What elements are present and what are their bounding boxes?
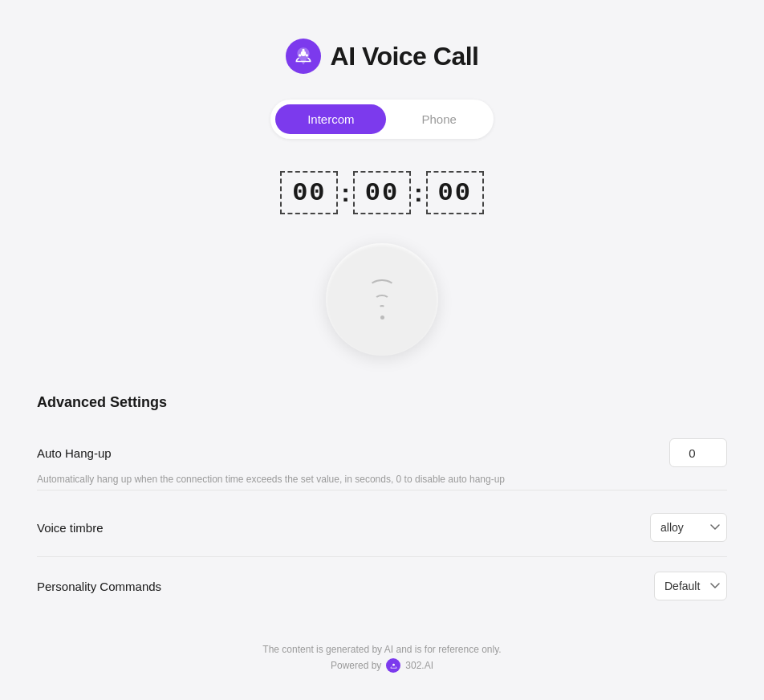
- personality-commands-control: Default Custom: [654, 572, 727, 600]
- footer-disclaimer: The content is generated by AI and is fo…: [262, 644, 501, 655]
- svg-point-3: [305, 54, 307, 56]
- app-logo: [286, 39, 321, 74]
- footer-powered-by: Powered by 302.AI: [262, 658, 501, 673]
- advanced-settings: Advanced Settings Auto Hang-up Automatic…: [37, 394, 727, 612]
- footer-powered-label: Powered by: [331, 660, 381, 671]
- timer-seconds: 00: [426, 171, 484, 214]
- svg-point-4: [392, 663, 395, 665]
- wifi-arc-small: [379, 305, 385, 311]
- auto-hangup-label: Auto Hang-up: [37, 446, 112, 460]
- timer-colon-2: :: [414, 178, 423, 208]
- voice-timbre-label: Voice timbre: [37, 521, 104, 535]
- settings-title: Advanced Settings: [37, 394, 727, 411]
- auto-hangup-desc: Automatically hang up when the connectio…: [37, 474, 727, 490]
- svg-point-2: [299, 54, 301, 56]
- tab-intercom[interactable]: Intercom: [275, 104, 386, 134]
- timer-hours: 00: [280, 171, 338, 214]
- settings-divider: [37, 556, 727, 557]
- footer-brand: 302.AI: [405, 660, 433, 671]
- wifi-arc-medium: [374, 295, 390, 306]
- voice-timbre-row: Voice timbre alloy echo fable onyx nova …: [37, 502, 727, 553]
- page-wrapper: AI Voice Call Intercom Phone 00 : 00 : 0…: [0, 0, 764, 700]
- svg-point-0: [300, 51, 306, 57]
- wifi-dot: [380, 315, 384, 319]
- wifi-icon: [368, 279, 396, 319]
- tab-phone[interactable]: Phone: [389, 104, 488, 134]
- call-button[interactable]: [326, 243, 438, 356]
- auto-hangup-control: [669, 438, 727, 467]
- voice-timbre-control: alloy echo fable onyx nova shimmer: [650, 513, 727, 542]
- timer-minutes: 00: [353, 171, 411, 214]
- footer-logo: [386, 658, 400, 673]
- auto-hangup-input[interactable]: [669, 438, 727, 467]
- svg-point-1: [302, 49, 304, 51]
- personality-commands-row: Personality Commands Default Custom: [37, 560, 727, 612]
- personality-commands-label: Personality Commands: [37, 580, 161, 593]
- call-timer: 00 : 00 : 00: [280, 171, 483, 214]
- personality-commands-select[interactable]: Default Custom: [654, 572, 727, 600]
- voice-timbre-select[interactable]: alloy echo fable onyx nova shimmer: [650, 513, 727, 542]
- mode-toggle: Intercom Phone: [270, 100, 494, 139]
- call-button-wrapper: [326, 243, 438, 356]
- page-title: AI Voice Call: [331, 42, 479, 71]
- timer-colon-1: :: [341, 178, 350, 208]
- app-header: AI Voice Call: [286, 39, 479, 74]
- auto-hangup-row: Auto Hang-up: [37, 427, 727, 474]
- page-footer: The content is generated by AI and is fo…: [262, 612, 501, 673]
